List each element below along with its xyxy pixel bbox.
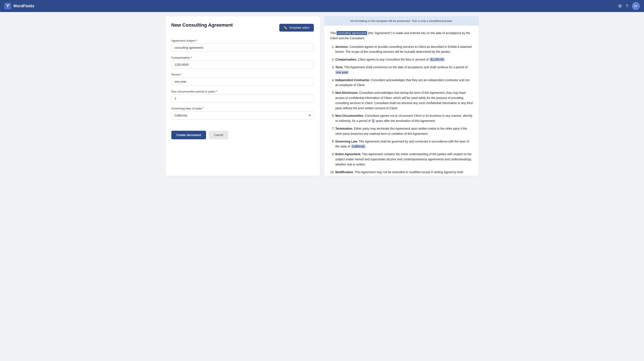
panel-footer: Create document Cancel	[171, 126, 314, 139]
agreement-subject-highlight: consulting agreement	[336, 31, 367, 35]
list-item-title: Modification.	[335, 170, 354, 174]
governing-laws-select-wrapper: California New York Texas Florida Delawa…	[171, 112, 314, 120]
left-panel: New Consulting Agreement ✏️ Template edi…	[165, 16, 320, 176]
non-circumvention-label: Non-circumvention period in years *	[171, 90, 314, 93]
list-item: Governing Law. This Agreement shall be g…	[335, 139, 473, 150]
list-item: Termination. Either party may terminate …	[335, 126, 473, 136]
non-circumvention-input[interactable]	[171, 94, 314, 102]
main-content: New Consulting Agreement ✏️ Template edi…	[161, 12, 483, 180]
list-item-title: Non-Disclosure.	[335, 91, 358, 94]
app-name: WordFields	[13, 4, 34, 8]
period-label: Period *	[171, 73, 314, 76]
period-highlight: one year	[335, 70, 348, 74]
list-item-title: Governing Law.	[335, 140, 358, 143]
user-avatar[interactable]: ET	[632, 2, 640, 10]
create-document-button[interactable]: Create document	[171, 131, 206, 139]
list-item: Independent Contractor. Consultant ackno…	[335, 78, 473, 88]
period-group: Period *	[171, 73, 314, 86]
list-item-text: This Agreement shall commence on the dat…	[335, 66, 468, 74]
list-item: Non-Disclosure. Consultant acknowledges …	[335, 90, 473, 111]
governing-laws-select[interactable]: California New York Texas Florida Delawa…	[171, 112, 314, 120]
list-item: Entire Agreement. This Agreement contain…	[335, 152, 473, 167]
intro-before: This	[330, 31, 336, 35]
help-icon[interactable]: ?	[626, 4, 628, 8]
non-circumvention-group: Non-circumvention period in years *	[171, 90, 314, 102]
list-item: Non-Circumvention. Consultant agrees not…	[335, 113, 473, 124]
list-item-title: Non-Circumvention.	[335, 114, 364, 118]
compensation-input[interactable]	[171, 60, 314, 69]
app-header: WordFields ⚙ ? ET	[0, 0, 644, 12]
header-right: ⚙ ? ET	[618, 2, 640, 10]
list-item-title: Term.	[335, 66, 343, 69]
list-item-title: Entire Agreement.	[335, 152, 361, 156]
governing-laws-label: Governing laws of state *	[171, 107, 314, 110]
right-panel: All formatting in this template will be …	[324, 16, 479, 176]
compensation-group: Compensation *	[171, 56, 314, 69]
governing-law-highlight: California	[351, 144, 365, 148]
agreement-subject-input[interactable]	[171, 44, 314, 52]
list-item-title: Services.	[335, 45, 348, 48]
panel-header: New Consulting Agreement ✏️ Template edi…	[171, 22, 314, 33]
governing-laws-group: Governing laws of state * California New…	[171, 107, 314, 120]
list-item: Services. Consultant agrees to provide c…	[335, 44, 473, 55]
cancel-button[interactable]: Cancel	[209, 131, 228, 139]
pencil-icon: ✏️	[284, 26, 287, 30]
preview-intro: This consulting agreement (the "Agreemen…	[330, 31, 473, 41]
list-item-text: Consultant agrees to provide consulting …	[335, 45, 472, 54]
list-item: Term. This Agreement shall commence on t…	[335, 65, 473, 75]
settings-icon[interactable]: ⚙	[618, 4, 622, 8]
list-item-title: Termination.	[335, 127, 353, 130]
list-item-title: Compensation.	[335, 58, 357, 61]
non-circumvention-highlight: 2	[372, 119, 375, 123]
template-editor-button[interactable]: ✏️ Template editor	[279, 24, 314, 32]
period-input[interactable]	[171, 78, 314, 86]
list-item-title: Independent Contractor.	[335, 78, 370, 82]
template-editor-label: Template editor	[289, 26, 310, 30]
list-item: Modification. This Agreement may not be …	[335, 170, 473, 176]
agreement-subject-label: Agreement subject *	[171, 39, 314, 42]
preview-notice: All formatting in this template will be …	[324, 16, 479, 26]
agreement-subject-group: Agreement subject *	[171, 39, 314, 52]
list-item-text: This Agreement may not be amended or mod…	[335, 170, 463, 176]
list-item-text: Client agrees to pay Consultant the fees…	[358, 58, 446, 62]
list-item: Compensation. Client agrees to pay Consu…	[335, 57, 473, 62]
preview-content: This consulting agreement (the "Agreemen…	[324, 26, 479, 176]
list-item-text: Either party may terminate this Agreemen…	[335, 127, 467, 136]
compensation-label: Compensation *	[171, 56, 314, 59]
header-left: WordFields	[4, 2, 34, 10]
panel-title: New Consulting Agreement	[171, 22, 233, 28]
compensation-highlight: $1,250.85	[430, 58, 444, 62]
preview-list: Services. Consultant agrees to provide c…	[330, 44, 473, 176]
app-logo	[4, 2, 11, 10]
